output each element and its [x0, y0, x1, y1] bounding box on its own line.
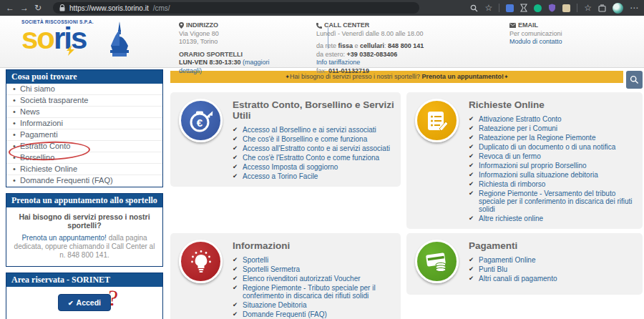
- search-page-icon[interactable]: [470, 4, 478, 12]
- panel-links: Pagamenti OnlinePunti BluAltri canali di…: [469, 255, 637, 283]
- search-icon: [630, 75, 639, 84]
- euro-piggybank-icon: €: [179, 99, 223, 142]
- email-line: Per comunicazioni: [509, 30, 610, 39]
- address-bar[interactable]: https://www.soris.torino.it/cms/: [53, 2, 419, 14]
- panel-link[interactable]: Revoca di un fermo: [469, 152, 637, 161]
- panel-link[interactable]: Punti Blu: [469, 265, 637, 274]
- panel-link[interactable]: Sportelli Sermetra: [233, 265, 395, 274]
- extension-shield-icon[interactable]: [548, 4, 556, 12]
- hours-schedule: LUN-VEN 8:30-13:30: [179, 59, 241, 66]
- tariff-info-link[interactable]: Info tariffazione: [316, 59, 479, 67]
- soris-logo[interactable]: SOCIETÀ RISCOSSIONI S.P.A. soris: [0, 16, 179, 67]
- area-sorinet-box: Area riservata - SORINET ✔Accedi ?: [6, 273, 163, 319]
- collections-icon[interactable]: [598, 4, 606, 12]
- envelope-icon: [509, 23, 516, 28]
- booking-title: Prenota un appuntamento allo sportello: [6, 194, 162, 207]
- sidebar-nav-item[interactable]: Pagamenti: [6, 129, 162, 141]
- abroad-number: +39 0382-083406: [347, 51, 398, 58]
- panel-title: Pagamenti: [469, 240, 637, 251]
- toolbar-divider: [499, 4, 499, 12]
- call-center-schedule: Lunedì - Venerdì dalle 8.00 alle 18.00: [316, 30, 479, 39]
- check-icon: ✔: [68, 300, 74, 307]
- menu-ellipsis-icon[interactable]: ⋯: [630, 0, 638, 16]
- sidebar-nav-box: Cosa puoi trovare Chi siamoSocietà trasp…: [6, 69, 163, 187]
- panel-link[interactable]: Accesso al Borsellino e ai servizi assoc…: [233, 125, 395, 134]
- panel-link[interactable]: Informazioni sulla situazione debitoria: [469, 170, 637, 180]
- sidebar-nav-item[interactable]: News: [6, 107, 162, 118]
- mole-antonelliana-icon: [106, 21, 133, 64]
- logo-wordmark: soris: [21, 24, 86, 53]
- sidebar-nav-item[interactable]: Domande Frequenti (FAQ): [6, 175, 162, 187]
- back-icon[interactable]: ←: [6, 0, 14, 16]
- call-center-title: CALL CENTER: [324, 21, 369, 30]
- panel-link[interactable]: Duplicato di un documento o di una notif…: [469, 142, 637, 152]
- panel-link[interactable]: Situazione Debitoria: [233, 300, 395, 310]
- email-title: EMAIL: [518, 21, 538, 30]
- extension-hourglass-icon[interactable]: [520, 4, 527, 12]
- panel-title: Informazioni: [233, 240, 395, 251]
- refresh-icon[interactable]: ↻: [34, 0, 42, 16]
- panel-link[interactable]: Accesso all'Estratto conto e ai servizi …: [233, 144, 395, 153]
- address-title: INDIRIZZO: [186, 21, 218, 30]
- panel-link[interactable]: Pagamenti Online: [469, 255, 637, 265]
- panel-link[interactable]: Altre richieste online: [469, 214, 637, 223]
- address-column: INDIRIZZO Via Vigone 80 10139, Torino OR…: [179, 21, 286, 67]
- panel-link[interactable]: Che cos'è il Borsellino e come funziona: [233, 134, 395, 144]
- panel-link[interactable]: Accesso a Torino Facile: [233, 172, 395, 181]
- contact-form-link[interactable]: Modulo di contatto: [509, 38, 610, 46]
- hours-title: ORARIO SPORTELLI: [179, 51, 286, 59]
- panel-pagamenti: Pagamenti Pagamenti OnlinePunti BluAltri…: [406, 233, 643, 295]
- panel-link[interactable]: Sportelli: [233, 255, 395, 265]
- sidebar-nav-title: Cosa puoi trovare: [6, 70, 162, 84]
- page: ← → ↻ https://www.soris.torino.it/cms/ ☆: [0, 0, 644, 319]
- panel-link[interactable]: Che cos'è l'Estratto Conto e come funzio…: [233, 153, 395, 162]
- service-panels: € Estratto Conto, Borsellino e Servizi U…: [170, 92, 643, 319]
- sorinet-login-button[interactable]: ✔Accedi: [58, 294, 111, 311]
- sidebar-nav-item[interactable]: Borsellino: [6, 152, 162, 164]
- sidebar-nav-item[interactable]: Società trasparente: [6, 95, 162, 107]
- sidebar: Cosa puoi trovare Chi siamoSocietà trasp…: [6, 69, 163, 319]
- panel-links: Accesso al Borsellino e ai servizi assoc…: [233, 125, 395, 181]
- profile-avatar[interactable]: [613, 3, 623, 14]
- panel-link[interactable]: Altri canali di pagamento: [469, 274, 637, 283]
- booking-box: Prenota un appuntamento allo sportello H…: [6, 193, 163, 267]
- sidebar-nav-item[interactable]: Informazioni: [6, 118, 162, 129]
- address-street: Via Vigone 80: [179, 30, 286, 39]
- forward-icon[interactable]: →: [20, 0, 29, 16]
- panel-link[interactable]: Regione Piemonte - Versamento del tribut…: [469, 189, 637, 214]
- fax-number: 011-01132719: [328, 67, 369, 74]
- panel-links: SportelliSportelli SermetraElenco rivend…: [233, 255, 395, 319]
- main-content: ✦Hai bisogno di servizi presso i nostri …: [170, 69, 643, 319]
- panel-link[interactable]: Accesso Imposta di soggiorno: [233, 162, 395, 172]
- bookmark-star-icon[interactable]: ☆: [484, 0, 492, 16]
- pin-icon: [179, 22, 184, 29]
- panel-link[interactable]: Attivazione Estratto Conto: [469, 114, 637, 124]
- panel-link[interactable]: Regione Piemonte - Tributo speciale per …: [233, 283, 395, 300]
- booking-link[interactable]: Prenota un appuntamento!: [21, 234, 106, 242]
- panel-link[interactable]: Richiesta di rimborso: [469, 180, 637, 189]
- panel-link[interactable]: Domande Frequenti (FAQ): [233, 310, 395, 319]
- panel-link[interactable]: Informazioni sul proprio Borsellino: [469, 161, 637, 170]
- sidebar-nav-list: Chi siamoSocietà trasparenteNewsInformaz…: [6, 84, 162, 187]
- panel-link[interactable]: Rateazione per i Comuni: [469, 124, 637, 133]
- panel-title: Richieste Online: [469, 99, 637, 110]
- panel-title: Estratto Conto, Borsellino e Servizi Uti…: [233, 99, 395, 121]
- panel-link[interactable]: Rateazione per la Regione Piemonte: [469, 133, 637, 142]
- phone-icon: [316, 23, 322, 29]
- sidebar-nav-item[interactable]: Chi siamo: [6, 84, 162, 95]
- header-divider: [328, 27, 328, 49]
- favorites-star-icon[interactable]: ☆: [584, 0, 592, 16]
- toolbar-divider: [577, 4, 577, 12]
- sidebar-nav-item[interactable]: Richieste Online: [6, 164, 162, 175]
- panel-link[interactable]: Elenco rivenditori autorizzati Voucher: [233, 274, 395, 283]
- search-button[interactable]: [626, 71, 643, 89]
- extension-green-icon[interactable]: [534, 4, 542, 12]
- credit-card-coins-icon: [415, 240, 459, 283]
- url-text[interactable]: https://www.soris.torino.it: [69, 4, 149, 12]
- lightning-bolt-icon: [67, 31, 74, 60]
- extension-blue-icon[interactable]: [506, 4, 514, 12]
- extension-notes-icon[interactable]: [562, 4, 570, 12]
- site-header: SOCIETÀ RISCOSSIONI S.P.A. soris: [0, 16, 644, 68]
- header-contact-info: INDIRIZZO Via Vigone 80 10139, Torino OR…: [179, 16, 610, 67]
- sidebar-nav-item[interactable]: Estratto Conto: [6, 141, 162, 152]
